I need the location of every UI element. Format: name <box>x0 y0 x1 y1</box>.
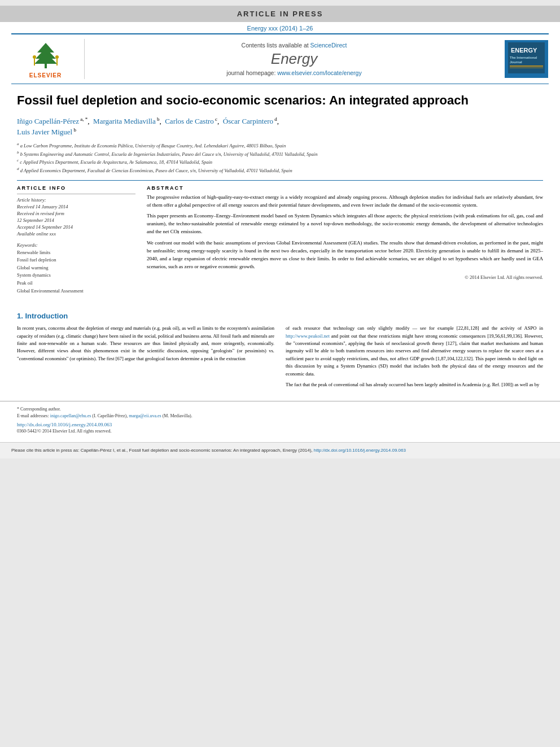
abstract-text: The progressive reduction of high-qualit… <box>147 194 543 271</box>
author-5-name: Luis Javier Miguel <box>17 128 72 137</box>
author-4-name: Óscar Carpintero <box>223 117 273 125</box>
sciencedirect-line: Contents lists available at ScienceDirec… <box>90 42 498 49</box>
authors-line: Iñigo Capellán-Pérez a, *, Margarita Med… <box>17 116 543 138</box>
article-info-block: Article history: Received 14 January 201… <box>17 194 135 237</box>
journal-center-block: Contents lists available at ScienceDirec… <box>85 39 504 79</box>
contents-text: Contents lists available at <box>242 42 309 49</box>
article-info-column: ARTICLE INFO Article history: Received 1… <box>17 185 135 295</box>
banner-text: ARTICLE IN PRESS <box>237 10 323 18</box>
author-4-sup: d <box>273 116 277 122</box>
energy-logo: ENERGY The International Journal <box>505 40 548 78</box>
elsevier-tree-icon <box>29 40 63 71</box>
author-3-sup: c <box>214 116 217 122</box>
author-5-sup: b <box>72 127 76 133</box>
author-3-name: Carlos de Castro <box>165 117 214 125</box>
svg-text:The International: The International <box>510 56 537 59</box>
info-abstract-columns: ARTICLE INFO Article history: Received 1… <box>17 185 543 295</box>
intro-heading: 1. Introduction <box>17 312 543 320</box>
affiliation-a: a a Low Carbon Programme, Instituto de E… <box>17 141 543 150</box>
author-1-name: Iñigo Capellán-Pérez <box>17 117 79 125</box>
keyword-6: Global Environmental Assessment <box>17 287 135 295</box>
email-label: E-mail addresses: <box>17 413 49 418</box>
abstract-para-1: The progressive reduction of high-qualit… <box>147 194 543 209</box>
email2-name: (M. Mediavilla). <box>163 413 193 418</box>
keyword-1: Renewable limits <box>17 249 135 257</box>
intro-columns: In recent years, concerns about the depl… <box>17 325 543 392</box>
bottom-bar-text: Please cite this article in press as: Ca… <box>11 447 549 454</box>
corresponding-note: * Corresponding author. <box>17 406 543 413</box>
received-date: Received 14 January 2014 <box>17 204 135 209</box>
keyword-2: Fossil fuel depletion <box>17 256 135 264</box>
svg-text:ENERGY: ENERGY <box>511 47 537 54</box>
received-revised-label: Received in revised form <box>17 211 135 216</box>
email1-link[interactable]: inigo.capellan@ehu.es <box>50 413 91 418</box>
author-2-name: Margarita Mediavilla <box>93 117 156 125</box>
svg-text:Journal: Journal <box>510 60 522 64</box>
intro-right-text: of each resource that technology can onl… <box>286 325 543 388</box>
issn-line: 0360-5442/© 2014 Elsevier Ltd. All right… <box>17 429 543 434</box>
keywords-block: Keywords: Renewable limits Fossil fuel d… <box>17 242 135 295</box>
affiliations-block: a a Low Carbon Programme, Instituto de E… <box>17 141 543 174</box>
homepage-line: journal homepage: www.elsevier.com/locat… <box>90 69 498 76</box>
keyword-5: Peak oil <box>17 279 135 287</box>
bottom-bar-doi[interactable]: http://dx.doi.org/10.1016/j.energy.2014.… <box>314 448 406 453</box>
abstract-heading: ABSTRACT <box>147 185 543 191</box>
elsevier-logo-block: ELSEVIER <box>11 39 85 79</box>
affiliation-d: d d Applied Economics Department, Facult… <box>17 166 543 174</box>
intro-right-para-2: The fact that the peak of conventional o… <box>286 381 543 388</box>
section-divider-1 <box>17 180 543 181</box>
author-1-sup: a, * <box>79 116 88 122</box>
intro-left-col: In recent years, concerns about the depl… <box>17 325 274 392</box>
history-label: Article history: <box>17 197 135 203</box>
intro-right-col: of each resource that technology can onl… <box>286 325 543 392</box>
journal-header: ELSEVIER Contents lists available at Sci… <box>11 33 549 84</box>
energy-journal-logo-icon: ENERGY The International Journal <box>508 42 545 73</box>
affiliation-b: b b Systems Engineering and Automatic Co… <box>17 150 543 158</box>
received-revised-date: 12 September 2014 <box>17 217 135 223</box>
energy-logo-box: ENERGY The International Journal <box>504 39 549 79</box>
doi-footer: http://dx.doi.org/10.1016/j.energy.2014.… <box>17 422 543 427</box>
available-online: Available online xxx <box>17 231 135 237</box>
main-content: Fossil fuel depletion and socio-economic… <box>0 84 560 300</box>
article-title: Fossil fuel depletion and socio-economic… <box>17 93 543 109</box>
intro-left-text: In recent years, concerns about the depl… <box>17 325 274 362</box>
citation-line: Energy xxx (2014) 1–26 <box>0 22 560 33</box>
affiliation-c: c c Applied Physics Department, Escuela … <box>17 158 543 166</box>
homepage-url[interactable]: www.elsevier.com/locate/energy <box>277 69 361 76</box>
abstract-para-2: This paper presents an Economy–Energy–En… <box>147 212 543 236</box>
copyright-line: © 2014 Elsevier Ltd. All rights reserved… <box>147 274 543 280</box>
email1-name: (I. Capellán-Pérez), <box>92 413 128 418</box>
bottom-bar-label: Please cite this article in press as: Ca… <box>11 448 406 453</box>
aspo-link[interactable]: http://www.peakoil.net <box>286 333 330 339</box>
abstract-column: ABSTRACT The progressive reduction of hi… <box>147 185 543 295</box>
journal-title: Energy <box>90 50 498 68</box>
doi-link[interactable]: http://dx.doi.org/10.1016/j.energy.2014.… <box>17 422 543 427</box>
keyword-4: System dynamics <box>17 272 135 279</box>
keywords-label: Keywords: <box>17 242 135 248</box>
introduction-section: 1. Introduction In recent years, concern… <box>0 312 560 392</box>
svg-point-5 <box>33 55 36 59</box>
article-info-heading: ARTICLE INFO <box>17 185 135 191</box>
article-in-press-banner: ARTICLE IN PRESS <box>0 6 560 22</box>
email2-link[interactable]: marga@eii.uva.es <box>129 413 161 418</box>
email-notes: E-mail addresses: inigo.capellan@ehu.es … <box>17 413 543 420</box>
svg-point-7 <box>55 55 59 59</box>
homepage-prefix: journal homepage: <box>226 69 275 76</box>
intro-left-para-1: In recent years, concerns about the depl… <box>17 325 274 362</box>
intro-right-para-1: of each resource that technology can onl… <box>286 325 543 378</box>
citation-text: Energy xxx (2014) 1–26 <box>247 25 313 32</box>
sciencedirect-link[interactable]: ScienceDirect <box>310 42 347 49</box>
footer-notes: * Corresponding author. E-mail addresses… <box>0 401 560 436</box>
author-2-sup: b <box>156 116 160 122</box>
accepted-date: Accepted 14 September 2014 <box>17 224 135 230</box>
bottom-citation-bar: Please cite this article in press as: Ca… <box>0 442 560 458</box>
abstract-para-3: We confront our model with the basic ass… <box>147 239 543 271</box>
corresponding-label: * Corresponding author. <box>17 407 61 412</box>
keyword-3: Global warming <box>17 264 135 272</box>
elsevier-label: ELSEVIER <box>29 72 62 78</box>
page: ARTICLE IN PRESS Energy xxx (2014) 1–26 <box>0 6 560 458</box>
